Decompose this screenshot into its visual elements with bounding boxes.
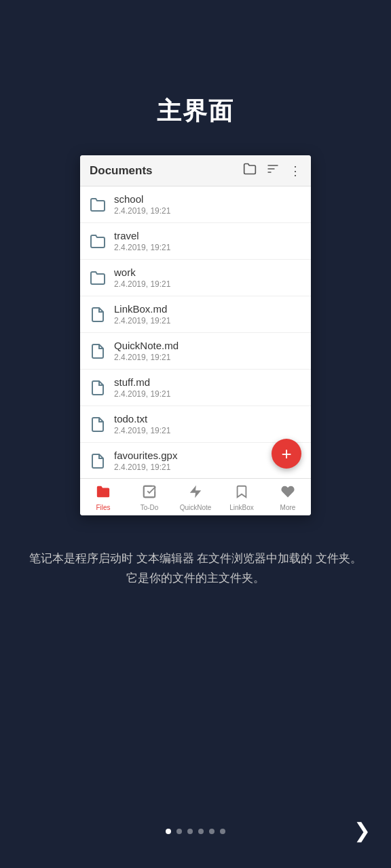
list-item[interactable]: school2.4.2019, 19:21 — [80, 186, 311, 223]
svg-marker-4 — [190, 486, 202, 498]
file-name: LinkBox.md — [114, 303, 170, 315]
file-date: 2.4.2019, 19:21 — [114, 426, 170, 435]
bottom-nav: FilesTo-DoQuickNoteLinkBoxMore — [80, 478, 311, 515]
file-date: 2.4.2019, 19:21 — [114, 243, 170, 252]
file-name: todo.txt — [114, 413, 170, 425]
app-window: Documents ⋮ school2.4.201 — [80, 155, 311, 515]
file-name: travel — [114, 230, 170, 241]
file-list: school2.4.2019, 19:21 travel2.4.2019, 19… — [80, 186, 311, 478]
file-name: QuickNote.md — [114, 340, 179, 351]
file-icon — [90, 307, 106, 323]
pagination — [0, 829, 391, 834]
pagination-dot[interactable] — [166, 829, 171, 834]
nav-item-to-do[interactable]: To-Do — [126, 479, 172, 515]
file-list-scroll: school2.4.2019, 19:21 travel2.4.2019, 19… — [80, 186, 311, 478]
nav-label: More — [280, 504, 296, 511]
file-icon — [90, 380, 106, 396]
app-header: Documents ⋮ — [80, 155, 311, 186]
list-item[interactable]: LinkBox.md2.4.2019, 19:21 — [80, 296, 311, 333]
more-options-icon[interactable]: ⋮ — [289, 163, 301, 178]
file-icon — [90, 453, 106, 469]
nav-label: To-Do — [141, 504, 159, 511]
folder-icon — [90, 233, 106, 250]
folder-icon — [90, 197, 106, 213]
file-icon — [90, 416, 106, 433]
next-button[interactable]: ❯ — [354, 818, 371, 842]
app-window-inner: school2.4.2019, 19:21 travel2.4.2019, 19… — [80, 186, 311, 478]
nav-label: LinkBox — [229, 504, 254, 511]
fab-add-button[interactable]: + — [272, 439, 301, 469]
file-name: school — [114, 193, 170, 205]
pagination-dot[interactable] — [176, 829, 182, 834]
file-name: favourites.gpx — [114, 450, 177, 461]
file-date: 2.4.2019, 19:21 — [114, 462, 177, 472]
folder-icon — [96, 484, 111, 502]
bookmark-icon — [234, 484, 249, 502]
file-name: work — [114, 267, 170, 278]
file-date: 2.4.2019, 19:21 — [114, 279, 170, 289]
list-item[interactable]: todo.txt2.4.2019, 19:21 — [80, 406, 311, 443]
nav-label: Files — [96, 504, 110, 511]
heart-icon — [280, 484, 295, 502]
pagination-dot[interactable] — [187, 829, 193, 834]
description-text: 笔记本是程序启动时 文本编辑器 在文件浏览器中加载的 文件夹。它是你的文件的主文… — [0, 515, 391, 589]
file-icon — [90, 343, 106, 359]
page-title: 主界面 — [0, 0, 391, 128]
lightning-icon — [188, 484, 203, 502]
sort-icon[interactable] — [266, 162, 280, 179]
check-icon — [142, 484, 157, 502]
file-date: 2.4.2019, 19:21 — [114, 316, 170, 326]
file-date: 2.4.2019, 19:21 — [114, 353, 179, 362]
nav-label: QuickNote — [180, 504, 212, 511]
list-item[interactable]: stuff.md2.4.2019, 19:21 — [80, 370, 311, 406]
list-item[interactable]: QuickNote.md2.4.2019, 19:21 — [80, 333, 311, 370]
file-name: stuff.md — [114, 376, 170, 388]
new-folder-icon[interactable] — [243, 162, 257, 179]
pagination-dot[interactable] — [198, 829, 204, 834]
header-icons: ⋮ — [243, 162, 301, 179]
nav-item-linkbox[interactable]: LinkBox — [219, 479, 265, 515]
nav-item-files[interactable]: Files — [80, 479, 126, 515]
nav-item-quicknote[interactable]: QuickNote — [172, 479, 219, 515]
pagination-dot[interactable] — [209, 829, 215, 834]
file-date: 2.4.2019, 19:21 — [114, 206, 170, 216]
pagination-dot[interactable] — [220, 829, 225, 834]
list-item[interactable]: work2.4.2019, 19:21 — [80, 260, 311, 296]
app-header-title: Documents — [90, 164, 153, 178]
folder-icon — [90, 270, 106, 286]
list-item[interactable]: travel2.4.2019, 19:21 — [80, 223, 311, 260]
file-date: 2.4.2019, 19:21 — [114, 389, 170, 399]
nav-item-more[interactable]: More — [265, 479, 311, 515]
svg-rect-3 — [144, 486, 155, 498]
